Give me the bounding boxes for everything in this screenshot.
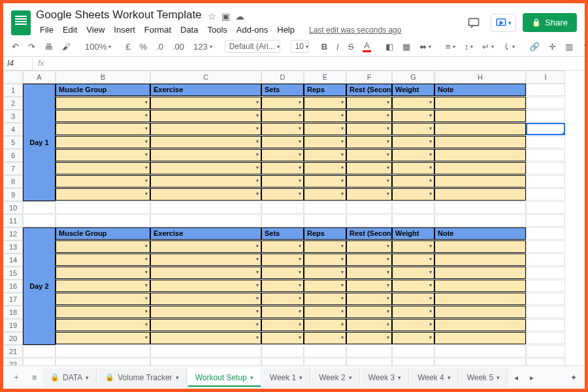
dropdown-cell[interactable] (304, 253, 346, 266)
dropdown-cell[interactable] (150, 110, 261, 122)
share-button[interactable]: Share (523, 13, 577, 32)
row-header[interactable]: 12 (3, 227, 23, 240)
dropdown-cell[interactable] (346, 280, 392, 292)
cell[interactable] (526, 293, 565, 305)
dropdown-cell[interactable] (150, 162, 261, 174)
dropdown-cell[interactable] (261, 136, 304, 148)
column-header[interactable]: B (56, 71, 150, 84)
dropdown-cell[interactable] (346, 136, 392, 148)
row-header[interactable]: 16 (3, 280, 23, 293)
cell[interactable] (56, 214, 150, 227)
row-header[interactable]: 13 (3, 240, 23, 253)
dropdown-cell[interactable] (346, 240, 392, 253)
spreadsheet-grid[interactable]: ABCDEFGHI1Day 1Muscle GroupExerciseSetsR… (3, 71, 585, 365)
dropdown-cell[interactable] (304, 175, 346, 188)
dropdown-cell[interactable] (304, 123, 346, 135)
dropdown-cell[interactable] (392, 293, 434, 305)
wrap-icon[interactable]: ↵ (480, 41, 496, 53)
strikethrough-icon[interactable]: S (346, 41, 356, 53)
dropdown-cell[interactable] (346, 253, 392, 266)
cell[interactable] (526, 84, 565, 96)
dropdown-cell[interactable] (56, 332, 150, 344)
column-header[interactable]: A (23, 71, 56, 84)
dropdown-cell[interactable] (346, 332, 392, 344)
dropdown-cell[interactable] (392, 306, 434, 318)
dropdown-cell[interactable] (346, 162, 392, 174)
cell[interactable] (23, 214, 56, 227)
increase-decimal[interactable]: .00 (171, 41, 186, 53)
cell[interactable] (261, 345, 304, 357)
cell[interactable] (304, 345, 346, 357)
cell[interactable] (526, 253, 565, 266)
rotate-icon[interactable]: ⤹ (501, 41, 517, 53)
print-icon[interactable]: 🖶 (42, 41, 55, 53)
dropdown-cell[interactable] (261, 280, 304, 292)
dropdown-cell[interactable] (56, 253, 150, 266)
cloud-icon[interactable]: ☁ (235, 11, 244, 22)
menu-insert[interactable]: Insert (110, 23, 139, 37)
note-cell[interactable] (434, 267, 526, 279)
dropdown-cell[interactable] (346, 306, 392, 318)
formula-input[interactable] (49, 61, 585, 65)
decrease-decimal[interactable]: .0 (154, 41, 165, 53)
dropdown-cell[interactable] (392, 175, 434, 188)
menu-help[interactable]: Help (273, 23, 299, 37)
dropdown-cell[interactable] (392, 240, 434, 253)
dropdown-cell[interactable] (392, 162, 434, 174)
tab-volume-tracker[interactable]: 🔒Volume Tracker▾ (98, 368, 186, 387)
note-cell[interactable] (434, 149, 526, 161)
dropdown-cell[interactable] (346, 110, 392, 122)
dropdown-cell[interactable] (261, 188, 304, 201)
note-cell[interactable] (434, 240, 526, 253)
dropdown-cell[interactable] (392, 332, 434, 344)
text-color-icon[interactable]: A (361, 39, 373, 54)
dropdown-cell[interactable] (304, 280, 346, 292)
row-header[interactable]: 17 (3, 293, 23, 306)
menu-addons[interactable]: Add-ons (233, 23, 272, 37)
cell[interactable] (526, 214, 565, 227)
row-header[interactable]: 20 (3, 332, 23, 345)
cell[interactable] (261, 214, 304, 227)
cell[interactable] (56, 358, 150, 365)
dropdown-cell[interactable] (150, 267, 261, 279)
note-cell[interactable] (434, 332, 526, 344)
dropdown-cell[interactable] (304, 240, 346, 253)
row-header[interactable]: 19 (3, 319, 23, 332)
dropdown-cell[interactable] (392, 319, 434, 331)
bold-icon[interactable]: B (319, 41, 329, 53)
dropdown-cell[interactable] (346, 188, 392, 201)
dropdown-cell[interactable] (56, 280, 150, 292)
dropdown-cell[interactable] (56, 306, 150, 318)
dropdown-cell[interactable] (150, 293, 261, 305)
sheets-logo-icon[interactable] (11, 10, 31, 35)
note-cell[interactable] (434, 175, 526, 188)
dropdown-cell[interactable] (150, 136, 261, 148)
row-header[interactable]: 8 (3, 175, 23, 188)
dropdown-cell[interactable] (346, 267, 392, 279)
column-header[interactable]: H (434, 71, 526, 84)
paint-format-icon[interactable]: 🖌 (60, 41, 73, 53)
row-header[interactable]: 4 (3, 123, 23, 136)
dropdown-cell[interactable] (261, 293, 304, 305)
font-size-select[interactable]: 10 (291, 40, 309, 53)
dropdown-cell[interactable] (304, 162, 346, 174)
dropdown-cell[interactable] (56, 188, 150, 201)
dropdown-cell[interactable] (261, 162, 304, 174)
cell[interactable] (526, 240, 565, 253)
menu-data[interactable]: Data (176, 23, 202, 37)
menu-format[interactable]: Format (140, 23, 175, 37)
dropdown-cell[interactable] (304, 267, 346, 279)
row-header[interactable]: 2 (3, 97, 23, 110)
dropdown-cell[interactable] (346, 319, 392, 331)
cell[interactable] (392, 214, 434, 227)
cell[interactable] (434, 345, 526, 357)
cell[interactable] (526, 332, 565, 344)
tab-workout-setup[interactable]: Workout Setup▾ (188, 368, 261, 387)
dropdown-cell[interactable] (150, 188, 261, 201)
note-cell[interactable] (434, 162, 526, 174)
format-currency[interactable]: £ (123, 41, 132, 53)
dropdown-cell[interactable] (304, 293, 346, 305)
dropdown-cell[interactable] (56, 97, 150, 109)
dropdown-cell[interactable] (56, 175, 150, 188)
explore-button[interactable]: ✦ (566, 369, 581, 386)
